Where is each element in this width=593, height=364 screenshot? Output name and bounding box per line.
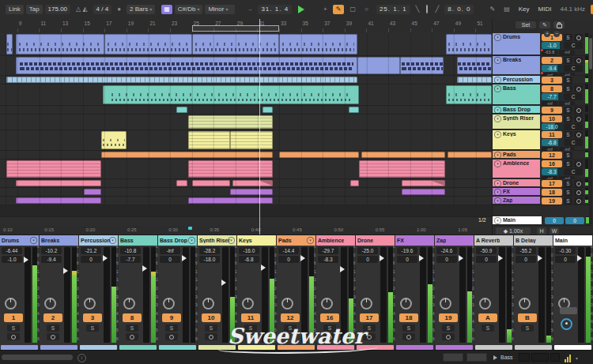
mixer-strip-header[interactable]: Bass	[119, 235, 157, 246]
solo-button[interactable]: S	[363, 325, 376, 332]
solo-button[interactable]: S	[564, 34, 572, 41]
track-lane-fx[interactable]	[0, 188, 492, 197]
scale-root-menu[interactable]: C#/Db▾	[175, 5, 203, 14]
pan-knob[interactable]	[281, 298, 293, 310]
punch-in-icon[interactable]: ╲	[413, 5, 423, 14]
clip[interactable]	[101, 131, 127, 149]
time-ruler[interactable]: 0:100:150:200:250:300:350:400:450:500:55…	[0, 226, 492, 235]
track-number-button[interactable]: 17	[360, 313, 379, 322]
vertical-scrollbar[interactable]	[589, 35, 592, 224]
fold-track-icon[interactable]: ▾	[228, 237, 235, 244]
capture-midi-icon[interactable]: ▢	[346, 5, 359, 14]
tap-tempo-button[interactable]: Tap	[26, 5, 43, 14]
clip[interactable]	[176, 107, 187, 113]
fold-track-icon[interactable]: ▾	[188, 237, 195, 244]
track-number-button[interactable]: 2	[542, 57, 562, 64]
solo-button[interactable]: S	[126, 325, 138, 332]
volume-fader[interactable]	[578, 247, 584, 343]
volume-value-box[interactable]: 0	[516, 256, 536, 263]
pan-knob[interactable]	[84, 298, 96, 310]
cue-marker[interactable]	[188, 227, 192, 230]
track-lane-keys[interactable]	[0, 130, 492, 151]
track-lane-drums[interactable]	[0, 33, 492, 56]
track-number-button[interactable]: A	[478, 313, 497, 322]
solo-button[interactable]: S	[47, 325, 59, 332]
arm-button[interactable]	[574, 85, 583, 92]
volume-value-box[interactable]: 0	[160, 256, 180, 263]
loop-switch-icon[interactable]	[425, 5, 429, 14]
solo-button[interactable]: S	[564, 152, 572, 159]
track-lane-ambience[interactable]	[0, 159, 492, 179]
volume-fader[interactable]	[143, 247, 149, 343]
mixer-strip-header[interactable]: Pads▾	[277, 235, 315, 246]
clip[interactable]	[279, 152, 359, 158]
track-number-button[interactable]: 3	[542, 77, 562, 84]
clip[interactable]	[359, 160, 445, 178]
track-number-button[interactable]: 10	[202, 313, 221, 322]
set-locator-button[interactable]: Set	[516, 21, 536, 28]
device-chain-thumbnail[interactable]	[550, 353, 560, 362]
pan-knob[interactable]	[5, 298, 17, 310]
solo-button[interactable]: S	[564, 85, 572, 92]
track-name-cell[interactable]: ▾Drone	[493, 179, 540, 186]
prev-locator-button[interactable]: +	[544, 31, 550, 37]
fader-handle[interactable]	[142, 265, 147, 272]
fold-track-icon[interactable]: ▾	[307, 237, 314, 244]
track-header-main[interactable]: ▾Main00	[493, 216, 593, 226]
arm-button[interactable]	[442, 333, 455, 340]
fold-track-icon[interactable]: ▾	[494, 107, 501, 114]
clip[interactable]	[357, 57, 400, 74]
fader-handle[interactable]	[261, 265, 266, 271]
clip[interactable]	[457, 57, 492, 74]
main-volume-box[interactable]: 0	[545, 217, 564, 224]
track-name-cell[interactable]: ▾Breaks	[493, 56, 540, 74]
key-map-button[interactable]: Key	[516, 5, 533, 14]
arrangement-position-display[interactable]: 31. 1. 4	[258, 5, 292, 14]
track-header-pads[interactable]: ▾Pads12S	[493, 151, 593, 159]
track-lane-pads[interactable]	[0, 151, 492, 159]
clip[interactable]	[230, 131, 273, 149]
volume-fader[interactable]	[499, 247, 505, 343]
track-header-drums[interactable]: ▾Drums1S-1.0C-63.8-inf	[493, 33, 593, 56]
pan-knob[interactable]	[479, 298, 491, 310]
track-number-button[interactable]: 19	[439, 313, 458, 322]
fold-track-icon[interactable]: ▾	[494, 180, 501, 187]
fold-track-icon[interactable]: ▾	[494, 77, 501, 84]
clip[interactable]	[104, 34, 191, 54]
track-number-button[interactable]: 9	[542, 107, 562, 114]
volume-value-box[interactable]: 0	[436, 256, 457, 263]
tempo-field[interactable]: 175.00	[45, 5, 70, 14]
volume-fader[interactable]	[459, 247, 466, 343]
device-chain-thumbnail[interactable]	[531, 353, 549, 362]
arm-button[interactable]	[126, 333, 138, 340]
volume-fader[interactable]	[341, 247, 347, 343]
track-number-button[interactable]: 8	[542, 85, 562, 92]
loop-brace[interactable]	[192, 25, 279, 32]
clip[interactable]	[16, 180, 101, 186]
volume-value-box[interactable]: -8.3	[318, 256, 338, 263]
scale-mode-button[interactable]: ▦	[161, 5, 172, 14]
arm-button[interactable]	[574, 180, 583, 187]
fold-track-icon[interactable]: ▾	[494, 57, 501, 64]
clip[interactable]	[400, 57, 444, 74]
track-number-button[interactable]: 19	[542, 197, 562, 205]
fader-handle[interactable]	[300, 255, 305, 261]
volume-slider[interactable]: -8.3	[542, 168, 562, 175]
track-lane-percussion[interactable]	[0, 76, 492, 84]
track-number-button[interactable]: 12	[281, 313, 300, 322]
arm-button[interactable]	[363, 333, 376, 340]
track-number-button[interactable]: 11	[241, 313, 260, 322]
fader-handle[interactable]	[459, 255, 463, 261]
cue-volume-knob[interactable]	[561, 318, 572, 330]
track-header-zap[interactable]: ▾Zap19S	[493, 197, 593, 205]
fold-track-icon[interactable]: ▾	[109, 237, 116, 244]
track-name-cell[interactable]: ▾Pads	[493, 151, 540, 158]
clip[interactable]	[279, 34, 357, 54]
clip[interactable]	[263, 107, 272, 113]
clip[interactable]	[192, 34, 279, 54]
clip[interactable]	[84, 189, 101, 195]
clip[interactable]	[192, 180, 230, 186]
pan-knob[interactable]	[361, 298, 372, 310]
track-number-button[interactable]: 1	[4, 313, 23, 322]
groove-dot-icon[interactable]: ●	[114, 5, 124, 14]
